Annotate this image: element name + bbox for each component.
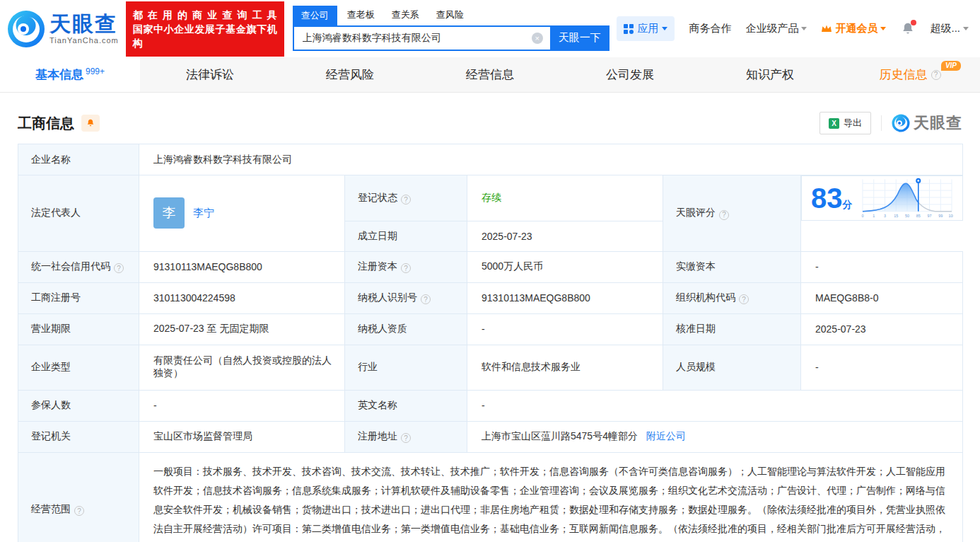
table-row: 营业期限 2025-07-23 至 无固定期限 纳税人资质 - 核准日期 202…	[18, 313, 963, 345]
tab-history-info[interactable]: VIP 历史信息 ?	[840, 57, 980, 92]
help-icon[interactable]: ?	[114, 263, 124, 273]
value-business-scope: 一般项目：技术服务、技术开发、技术咨询、技术交流、技术转让、技术推广；软件开发；…	[139, 452, 963, 542]
nav-enterprise-products[interactable]: 企业级产品	[745, 22, 807, 35]
tab-operation-info[interactable]: 经营信息	[420, 57, 560, 92]
help-icon[interactable]: ?	[401, 195, 411, 204]
label-reg-number: 工商注册号	[18, 282, 139, 313]
clear-icon[interactable]: ×	[532, 33, 543, 44]
value-score: 83分	[801, 175, 963, 221]
label-insured-count: 参保人数	[18, 390, 139, 421]
tianyancha-logo[interactable]: 天眼查 TianYanCha.com	[7, 10, 119, 48]
tab-intellectual-property[interactable]: 知识产权	[700, 57, 840, 92]
nearby-companies-link[interactable]: 附近公司	[646, 430, 686, 442]
export-button[interactable]: X 导出	[819, 112, 871, 134]
svg-text:99: 99	[938, 214, 943, 218]
svg-text:85: 85	[916, 214, 920, 218]
chevron-down-icon	[880, 27, 886, 30]
label-taxpayer-quality: 纳税人资质	[345, 313, 467, 345]
tab-label: 基本信息	[35, 67, 83, 83]
table-row: 工商注册号 310113004224598 纳税人识别号? 91310113MA…	[18, 282, 963, 313]
score-number: 83	[811, 183, 843, 214]
divider	[881, 115, 882, 131]
svg-text:50: 50	[905, 214, 909, 218]
nav-open-vip[interactable]: 开通会员	[821, 22, 886, 35]
tab-legal-litigation[interactable]: 法律诉讼	[140, 57, 280, 92]
avatar[interactable]: 李	[153, 197, 185, 229]
table-row: 登记机关 宝山区市场监督管理局 注册地址? 上海市宝山区蕰川路5475号4幢部分…	[18, 421, 963, 452]
value-reg-address: 上海市宝山区蕰川路5475号4幢部分 附近公司	[467, 421, 963, 452]
value-taxpayer-quality: -	[467, 313, 663, 345]
svg-text:100: 100	[948, 214, 952, 218]
help-icon[interactable]: ?	[421, 294, 431, 304]
table-row: 统一社会信用代码? 91310113MAEQG8B800 注册资本? 5000万…	[18, 251, 963, 282]
search-button[interactable]: 天眼一下	[550, 25, 609, 51]
search-tabs: 查公司 查老板 查关系 查风险	[293, 7, 617, 25]
header-nav: 应用 商务合作 企业级产品 开通会员 超级...	[617, 16, 969, 41]
search-tab-risk[interactable]: 查风险	[436, 8, 464, 25]
nav-business-cooperation[interactable]: 商务合作	[689, 22, 731, 35]
logo-title: 天眼查	[49, 13, 119, 35]
table-row: 企业名称 上海鸿睿数科数字科技有限公司	[18, 144, 963, 175]
search-tab-company[interactable]: 查公司	[293, 6, 337, 25]
tab-label: 经营信息	[466, 67, 514, 83]
value-taxpayer-id: 91310113MAEQG8B800	[467, 282, 663, 313]
tab-label: 知识产权	[746, 67, 794, 83]
apps-button[interactable]: 应用	[617, 16, 675, 41]
value-reg-number: 310113004224598	[139, 282, 345, 313]
section-head: 工商信息 X 导出 天眼查	[18, 111, 962, 135]
search-tab-boss[interactable]: 查老板	[347, 8, 375, 25]
label-approval-date: 核准日期	[663, 313, 801, 345]
excel-icon: X	[829, 118, 839, 129]
value-staff-size: -	[801, 345, 963, 390]
table-row: 企业类型 有限责任公司（自然人投资或控股的法人独资） 行业 软件和信息技术服务业…	[18, 345, 963, 390]
help-icon[interactable]: ?	[74, 506, 84, 516]
label-industry: 行业	[345, 345, 467, 390]
slogan-badge: 都在用的商业查询工具 国家中小企业发展子基金旗下机构	[126, 1, 284, 57]
tab-operation-risk[interactable]: 经营风险	[280, 57, 420, 92]
nav-vip-label: 开通会员	[835, 22, 877, 35]
label-reg-capital: 注册资本?	[345, 251, 467, 282]
label-reg-address: 注册地址?	[345, 421, 467, 452]
label-taxpayer-id: 纳税人识别号?	[345, 282, 467, 313]
top-header: 天眼查 TianYanCha.com 都在用的商业查询工具 国家中小企业发展子基…	[0, 0, 980, 57]
search-area: 查公司 查老板 查关系 查风险 × 天眼一下	[293, 7, 617, 51]
tab-label: 法律诉讼	[186, 67, 234, 83]
tab-label: 经营风险	[326, 67, 374, 83]
search-tab-relation[interactable]: 查关系	[392, 8, 419, 25]
label-establish-date: 成立日期	[345, 221, 467, 251]
subscribe-bell-icon[interactable]	[81, 115, 100, 132]
help-icon[interactable]: ?	[401, 263, 411, 273]
value-english-name: -	[467, 390, 963, 421]
label-score: 天眼评分?	[663, 175, 801, 252]
vip-badge: VIP	[941, 61, 961, 71]
help-icon[interactable]: ?	[719, 210, 729, 220]
nav-user-menu[interactable]: 超级...	[930, 22, 969, 35]
apps-grid-icon	[624, 24, 634, 34]
slogan-line2: 国家中小企业发展子基金旗下机构	[133, 22, 277, 50]
label-staff-size: 人员规模	[663, 345, 801, 390]
value-reg-status: 存续	[467, 175, 663, 221]
value-legal-rep: 李 李宁	[139, 175, 345, 252]
table-row: 经营范围? 一般项目：技术服务、技术开发、技术咨询、技术交流、技术转让、技术推广…	[18, 452, 963, 542]
slogan-line1: 都在用的商业查询工具	[133, 8, 277, 22]
svg-text:15: 15	[894, 214, 898, 218]
search-input[interactable]	[293, 25, 550, 51]
legal-rep-link[interactable]: 李宁	[193, 207, 214, 220]
table-row: 参保人数 - 英文名称 -	[18, 390, 963, 421]
label-credit-code: 统一社会信用代码?	[18, 251, 139, 282]
logo-swirl-icon	[892, 114, 910, 132]
notification-bell-icon[interactable]	[900, 21, 916, 37]
help-icon[interactable]: ?	[739, 294, 749, 304]
tab-basic-info[interactable]: 基本信息 999+	[0, 57, 140, 92]
label-company-type: 企业类型	[18, 345, 139, 390]
value-business-term: 2025-07-23 至 无固定期限	[139, 313, 345, 345]
value-insured-count: -	[139, 390, 345, 421]
value-establish-date: 2025-07-23	[467, 221, 663, 251]
label-business-term: 营业期限	[18, 313, 139, 345]
svg-text:97: 97	[927, 214, 931, 218]
tab-label: 历史信息	[880, 67, 928, 83]
help-icon[interactable]: ?	[931, 70, 941, 80]
help-icon[interactable]: ?	[401, 433, 411, 443]
label-org-code: 组织机构代码?	[663, 282, 801, 313]
tab-company-development[interactable]: 公司发展	[560, 57, 700, 92]
